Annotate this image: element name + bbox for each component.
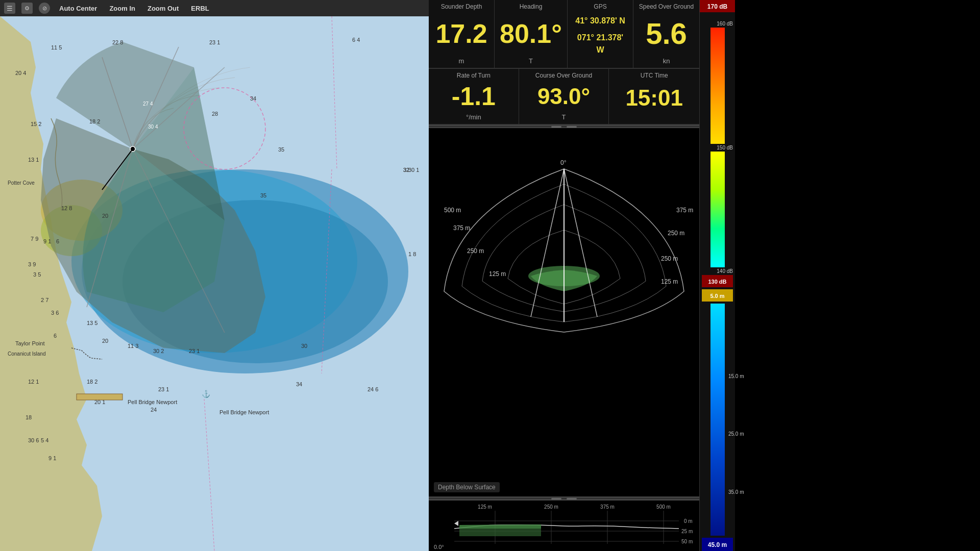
- rot-value: -1.1: [434, 84, 513, 109]
- depth-35m: 35.0 m: [728, 489, 744, 495]
- svg-text:1 8: 1 8: [408, 251, 416, 257]
- power-icon[interactable]: ⊘: [39, 3, 50, 14]
- cog-unit: T: [524, 113, 604, 121]
- gps-label: GPS: [573, 3, 628, 10]
- zoom-in-button[interactable]: Zoom In: [106, 4, 138, 13]
- svg-text:125 m: 125 m: [478, 504, 492, 510]
- svg-text:20 4: 20 4: [15, 70, 26, 76]
- svg-text:9 1: 9 1: [48, 455, 56, 461]
- svg-text:Taylor Point: Taylor Point: [15, 340, 44, 346]
- depth-5m-label: 5.0 m: [710, 293, 724, 299]
- svg-text:12 8: 12 8: [61, 205, 72, 211]
- svg-text:0°: 0°: [560, 159, 567, 166]
- svg-text:0.0°: 0.0°: [434, 544, 444, 550]
- svg-text:0 m: 0 m: [684, 518, 693, 524]
- instrument-panel: Sounder Depth 17.2 m Heading 80.1° T GPS…: [429, 0, 699, 551]
- heading-unit: T: [500, 57, 562, 65]
- svg-text:3 6: 3 6: [51, 310, 59, 316]
- svg-text:30 2: 30 2: [153, 348, 164, 354]
- svg-text:125 m: 125 m: [489, 270, 506, 278]
- svg-text:28: 28: [212, 111, 218, 117]
- toolbar: ☰ ⚙ ⊘ Auto Center Zoom In Zoom Out ERBL: [0, 0, 429, 16]
- heading-value: 80.1°: [500, 20, 562, 47]
- sonar-strip: 125 m 250 m 375 m 500 m 0 m 25 m 50 m 0.…: [429, 500, 699, 551]
- erbl-button[interactable]: ERBL: [188, 4, 212, 13]
- svg-text:5 4: 5 4: [41, 437, 48, 443]
- svg-text:20: 20: [102, 338, 108, 344]
- svg-text:30 4: 30 4: [148, 124, 158, 130]
- db-top-label: 170 dB: [707, 3, 727, 10]
- depth-25m: 25.0 m: [728, 431, 744, 437]
- gps-cell: GPS 41° 30.878' N 071° 21.378' W: [568, 0, 633, 68]
- sonar-3d-view: 500 m 375 m 250 m 125 m 375 m 250 m 250 …: [429, 128, 699, 497]
- svg-text:6 4: 6 4: [352, 37, 360, 43]
- sounder-depth-label: Sounder Depth: [434, 3, 489, 10]
- heading-cell: Heading 80.1° T: [495, 0, 568, 68]
- sonar-depth-label: Depth Below Surface: [434, 482, 500, 492]
- svg-text:Pell Bridge Newport: Pell Bridge Newport: [128, 399, 177, 405]
- map-area[interactable]: ☰ ⚙ ⊘ Auto Center Zoom In Zoom Out ERBL: [0, 0, 429, 551]
- svg-text:Potter Cove: Potter Cove: [8, 180, 35, 186]
- svg-text:24 6: 24 6: [368, 386, 378, 392]
- svg-text:35: 35: [260, 192, 266, 198]
- zoom-out-button[interactable]: Zoom Out: [144, 4, 182, 13]
- gps-lat: 41° 30.878' N: [573, 15, 628, 27]
- svg-text:500 m: 500 m: [444, 207, 461, 214]
- map-canvas[interactable]: 11 5 22 8 23 1 6 4 20 4 18 2 15 2 13 1 2…: [0, 16, 429, 551]
- sounder-depth-value: 17.2: [434, 20, 489, 47]
- svg-text:2 7: 2 7: [41, 297, 48, 303]
- svg-text:35: 35: [278, 146, 284, 153]
- cog-value: 93.0°: [524, 85, 604, 108]
- svg-text:6: 6: [56, 238, 59, 244]
- sog-unit: kn: [639, 57, 694, 65]
- svg-text:18: 18: [26, 414, 32, 420]
- svg-text:25 m: 25 m: [681, 529, 693, 534]
- db-150-label: 150 dB: [717, 145, 733, 151]
- svg-text:20: 20: [102, 213, 108, 219]
- svg-text:6: 6: [54, 333, 57, 339]
- svg-text:24: 24: [151, 407, 157, 413]
- sog-value: 5.6: [639, 19, 694, 48]
- settings-icon[interactable]: ⚙: [21, 3, 33, 14]
- svg-text:23 1: 23 1: [209, 39, 220, 45]
- menu-icon[interactable]: ☰: [4, 3, 15, 14]
- rot-label: Rate of Turn: [434, 72, 513, 79]
- utc-cell: UTC Time 15:01: [609, 69, 699, 124]
- svg-text:12 1: 12 1: [28, 379, 39, 385]
- svg-text:250 m: 250 m: [668, 230, 684, 237]
- svg-text:Pell Bridge Newport: Pell Bridge Newport: [219, 409, 269, 415]
- svg-text:3 9: 3 9: [28, 261, 36, 267]
- sounder-depth-unit: m: [434, 57, 489, 65]
- cog-cell: Course Over Ground 93.0° T: [519, 69, 609, 124]
- right-panel: Sounder Depth 17.2 m Heading 80.1° T GPS…: [429, 0, 980, 551]
- data-grid-top: Sounder Depth 17.2 m Heading 80.1° T GPS…: [429, 0, 699, 69]
- svg-text:375 m: 375 m: [600, 504, 615, 510]
- svg-text:500 m: 500 m: [656, 504, 671, 510]
- svg-text:23 1: 23 1: [158, 386, 169, 392]
- svg-text:30 1: 30 1: [408, 167, 419, 173]
- gps-lon: 071° 21.378' W: [573, 32, 628, 56]
- sog-cell: Speed Over Ground 5.6 kn: [633, 0, 699, 68]
- heading-label: Heading: [500, 3, 562, 10]
- svg-text:13 1: 13 1: [28, 157, 39, 163]
- svg-text:250 m: 250 m: [467, 247, 484, 255]
- depth-15m: 15.0 m: [728, 373, 744, 379]
- svg-text:Conanicut Island: Conanicut Island: [8, 351, 46, 357]
- sog-label: Speed Over Ground: [639, 3, 694, 10]
- db-160-label: 160 dB: [717, 21, 733, 27]
- svg-text:250 m: 250 m: [544, 504, 558, 510]
- svg-text:50 m: 50 m: [681, 539, 693, 544]
- sounder-depth-cell: Sounder Depth 17.2 m: [429, 0, 495, 68]
- utc-label: UTC Time: [614, 72, 694, 79]
- svg-text:11 3: 11 3: [128, 343, 138, 349]
- svg-text:9 1: 9 1: [43, 238, 51, 244]
- svg-text:125 m: 125 m: [661, 278, 678, 285]
- svg-text:3 5: 3 5: [33, 271, 41, 278]
- svg-text:27 4: 27 4: [143, 101, 153, 107]
- db-130-label: 130 dB: [708, 279, 726, 285]
- auto-center-button[interactable]: Auto Center: [56, 4, 100, 13]
- svg-text:23 1: 23 1: [189, 348, 200, 354]
- svg-text:18 2: 18 2: [89, 118, 100, 124]
- svg-text:30: 30: [301, 343, 307, 349]
- svg-text:13 5: 13 5: [87, 320, 97, 326]
